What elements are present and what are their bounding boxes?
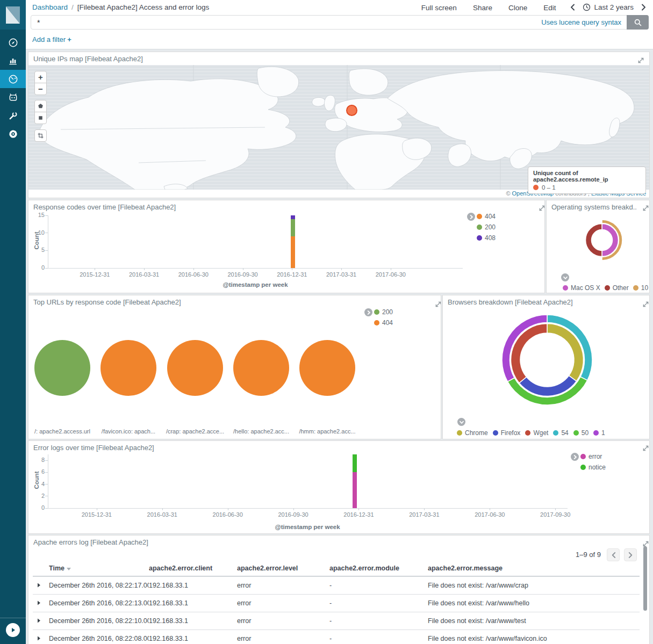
sidebar-item-timelion[interactable] [0, 88, 26, 106]
expand-row-button[interactable] [33, 617, 49, 625]
column-header-apache2.error.module[interactable]: apache2.error.module [329, 565, 428, 572]
cell-apache2.error.module: - [329, 599, 428, 607]
expand-row-button[interactable] [33, 599, 49, 607]
legend-item-200[interactable]: 200 [477, 223, 496, 231]
legend-item-Other[interactable]: Other [605, 284, 629, 292]
expand-row-button[interactable] [33, 635, 49, 642]
legend-item-404[interactable]: 404 [477, 213, 496, 220]
x-tick-label: 2017-06-30 [367, 271, 415, 278]
bar-segment-error[interactable] [353, 472, 357, 508]
draw-polygon-button[interactable] [34, 100, 47, 112]
legend-item-Wget[interactable]: Wget [525, 429, 548, 437]
os-donut-chart [579, 217, 625, 263]
expand-panel-button[interactable] [637, 56, 644, 63]
x-tick-label: 2016-03-31 [138, 511, 186, 518]
add-filter-button[interactable]: Add a filter+ [32, 35, 71, 44]
legend-item-54[interactable]: 54 [553, 429, 568, 437]
column-header-apache2.error.level[interactable]: apache2.error.level [237, 565, 329, 572]
legend-item-200[interactable]: 200 [374, 308, 393, 316]
collapse-nav-button[interactable] [6, 623, 20, 637]
prev-page-button[interactable] [607, 548, 620, 561]
legend-item-error[interactable]: error [580, 453, 606, 460]
time-forward-button[interactable] [641, 4, 647, 11]
next-page-button[interactable] [624, 548, 637, 561]
legend-item-Firefox[interactable]: Firefox [493, 429, 521, 437]
expand-panel-button[interactable] [642, 204, 649, 211]
pie-404[interactable] [233, 340, 289, 396]
cell-apache2.error.client: 192.168.33.1 [149, 599, 237, 607]
donut-segment-Other[interactable] [586, 224, 602, 257]
clone-button[interactable]: Clone [508, 4, 527, 12]
query-input[interactable]: * Uses lucene query syntax [31, 15, 649, 30]
legend-toggle-button[interactable] [364, 308, 372, 316]
legend-toggle-button[interactable] [457, 418, 465, 426]
pie-404[interactable] [167, 340, 223, 396]
full-screen-button[interactable]: Full screen [421, 4, 457, 12]
cell-apache2.error.module: - [329, 635, 428, 642]
expand-row-icon [37, 600, 41, 605]
panel-error-logs: Error logs over time [Filebeat Apache2] … [28, 440, 650, 534]
compass-icon [8, 37, 19, 48]
legend-item-50[interactable]: 50 [573, 429, 589, 437]
legend-item-Chrome[interactable]: Chrome [457, 429, 488, 437]
time-back-button[interactable] [570, 4, 575, 11]
legend-item-404[interactable]: 404 [374, 319, 393, 327]
legend-item-notice[interactable]: notice [580, 464, 606, 471]
legend-toggle-button[interactable] [467, 213, 475, 221]
page-title: [Filebeat Apache2] Access and error logs [77, 3, 209, 11]
expand-row-button[interactable] [33, 582, 49, 589]
cell-apache2.error.client: 192.168.33.1 [149, 617, 237, 625]
cell-apache2.error.client: 192.168.33.1 [149, 635, 237, 642]
breadcrumb-dashboard[interactable]: Dashboard [32, 3, 68, 11]
time-range-label: Last 2 years [594, 3, 634, 11]
legend-item-10[interactable]: 10 [633, 284, 648, 292]
panel-title: Browsers breakdown [Filebeat Apache2] [448, 298, 573, 306]
expand-panel-button[interactable] [435, 300, 441, 307]
bar-segment-404[interactable] [291, 236, 295, 268]
crop-icon [37, 132, 44, 139]
search-button[interactable] [627, 15, 649, 30]
zoom-out-button[interactable]: − [34, 83, 47, 95]
polygon-icon [37, 103, 44, 110]
pie-404[interactable] [299, 340, 355, 396]
expand-panel-button[interactable] [642, 540, 649, 547]
bar-segment-notice[interactable] [353, 454, 357, 472]
expand-panel-button[interactable] [642, 444, 649, 451]
expand-row-icon [37, 618, 41, 623]
draw-rectangle-button[interactable] [34, 112, 47, 124]
cell-apache2.error.message: File does not exist: /var/www/hello [428, 599, 640, 607]
sidebar-item-dev-tools[interactable] [0, 106, 26, 125]
column-label: apache2.error.message [428, 565, 503, 572]
legend-toggle-button[interactable] [571, 453, 579, 461]
map-legend-title: Unique count of apache2.access.remote_ip [533, 170, 641, 183]
sidebar-item-management[interactable] [0, 125, 26, 143]
legend-item-Mac OS X[interactable]: Mac OS X [563, 284, 600, 292]
legend-swatch [457, 430, 462, 436]
sidebar-item-dashboard[interactable] [0, 70, 26, 88]
share-button[interactable]: Share [473, 4, 492, 12]
legend-toggle-button[interactable] [561, 273, 569, 281]
expand-panel-button[interactable] [642, 300, 649, 307]
edit-button[interactable]: Edit [543, 4, 556, 12]
legend-item-408[interactable]: 408 [477, 234, 496, 242]
bar-segment-200[interactable] [291, 219, 295, 237]
legend-swatch [374, 309, 379, 315]
sidebar-item-discover[interactable] [0, 33, 26, 52]
table-scrollbar[interactable] [643, 546, 647, 611]
expand-panel-button[interactable] [539, 204, 545, 211]
pie-404[interactable] [101, 340, 156, 396]
column-header-apache2.error.message[interactable]: apache2.error.message [428, 565, 640, 572]
zoom-in-button[interactable]: + [34, 71, 47, 83]
kibana-logo[interactable] [0, 0, 26, 30]
bar-segment-408[interactable] [291, 215, 295, 219]
fit-data-bounds-button[interactable] [34, 129, 47, 142]
time-picker[interactable]: Last 2 years [583, 3, 634, 11]
pie-200[interactable] [34, 340, 90, 396]
legend-item-1[interactable]: 1 [593, 429, 605, 437]
sidebar-item-visualize[interactable] [0, 52, 26, 70]
lucene-syntax-link[interactable]: Uses lucene query syntax [541, 18, 621, 26]
cell-apache2.error.message: File does not exist: /var/www/test [428, 617, 640, 625]
panel-title: Unique IPs map [Filebeat Apache2] [33, 55, 143, 63]
column-header-Time[interactable]: Time [49, 565, 149, 572]
column-header-apache2.error.client[interactable]: apache2.error.client [149, 565, 237, 572]
